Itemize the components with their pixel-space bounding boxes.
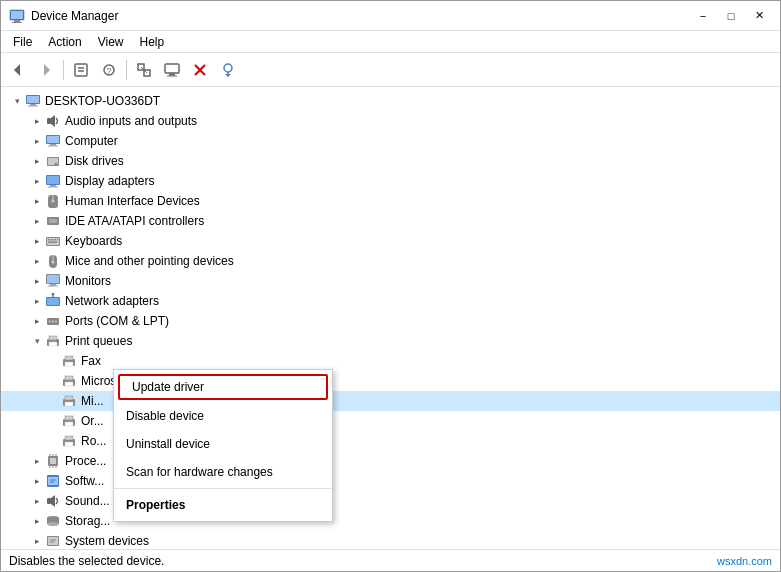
svg-rect-82 bbox=[65, 416, 73, 420]
toolbar-forward-button[interactable] bbox=[33, 57, 59, 83]
svg-rect-38 bbox=[50, 185, 56, 187]
tree-item-network[interactable]: ▸ Network adapters bbox=[1, 291, 780, 311]
root-toggle[interactable]: ▾ bbox=[9, 93, 25, 109]
tree-item-computer[interactable]: ▸ Computer bbox=[1, 131, 780, 151]
context-uninstall-device[interactable]: Uninstall device bbox=[114, 430, 332, 458]
svg-rect-37 bbox=[47, 176, 59, 184]
computer-icon2 bbox=[45, 133, 61, 149]
svg-rect-85 bbox=[65, 436, 73, 440]
svg-rect-2 bbox=[12, 22, 22, 23]
disable-device-label: Disable device bbox=[126, 409, 204, 423]
minimize-button[interactable]: − bbox=[690, 6, 716, 26]
context-disable-device[interactable]: Disable device bbox=[114, 402, 332, 430]
tree-root[interactable]: ▾ DESKTOP-UO336DT bbox=[1, 91, 780, 111]
svg-point-67 bbox=[55, 321, 57, 323]
hid-icon bbox=[45, 193, 61, 209]
software-icon bbox=[45, 473, 61, 489]
hid-toggle[interactable]: ▸ bbox=[29, 193, 45, 209]
display-toggle[interactable]: ▸ bbox=[29, 173, 45, 189]
svg-rect-1 bbox=[14, 20, 20, 22]
network-toggle[interactable]: ▸ bbox=[29, 293, 45, 309]
svg-rect-39 bbox=[48, 187, 58, 188]
monitors-toggle[interactable]: ▸ bbox=[29, 273, 45, 289]
svg-rect-27 bbox=[47, 118, 51, 124]
toolbar-scan-button[interactable] bbox=[215, 57, 241, 83]
computer-toggle[interactable]: ▸ bbox=[29, 133, 45, 149]
svg-rect-16 bbox=[169, 74, 175, 76]
svg-rect-51 bbox=[57, 239, 58, 241]
context-scan-hardware[interactable]: Scan for hardware changes bbox=[114, 458, 332, 486]
tree-item-keyboards[interactable]: ▸ Keyboards bbox=[1, 231, 780, 251]
tree-item-display[interactable]: ▸ Display adapters bbox=[1, 171, 780, 191]
svg-rect-83 bbox=[65, 422, 73, 426]
menu-help[interactable]: Help bbox=[132, 33, 173, 51]
tree-item-audio[interactable]: ▸ Audio inputs and outputs bbox=[1, 111, 780, 131]
hid-label: Human Interface Devices bbox=[65, 194, 200, 208]
properties-label: Properties bbox=[126, 498, 185, 512]
fax-label: Fax bbox=[81, 354, 101, 368]
svg-marker-5 bbox=[44, 64, 50, 76]
tree-item-monitors[interactable]: ▸ Monitors bbox=[1, 271, 780, 291]
svg-rect-43 bbox=[47, 217, 59, 225]
menu-view[interactable]: View bbox=[90, 33, 132, 51]
maximize-button[interactable]: □ bbox=[718, 6, 744, 26]
toolbar-remove-button[interactable] bbox=[187, 57, 213, 83]
tree-item-printqueues[interactable]: ▾ Print queues bbox=[1, 331, 780, 351]
printqueues-toggle[interactable]: ▾ bbox=[29, 333, 45, 349]
ms-pdf-toggle bbox=[45, 373, 61, 389]
tree-item-hid[interactable]: ▸ Human Interface Devices bbox=[1, 191, 780, 211]
toolbar-update-button[interactable]: ? bbox=[96, 57, 122, 83]
or-toggle bbox=[45, 413, 61, 429]
mice-toggle[interactable]: ▸ bbox=[29, 253, 45, 269]
window-title: Device Manager bbox=[31, 9, 690, 23]
network-label: Network adapters bbox=[65, 294, 159, 308]
toolbar-display-button[interactable] bbox=[159, 57, 185, 83]
disk-toggle[interactable]: ▸ bbox=[29, 153, 45, 169]
close-button[interactable]: ✕ bbox=[746, 6, 772, 26]
ports-toggle[interactable]: ▸ bbox=[29, 313, 45, 329]
storage-toggle[interactable]: ▸ bbox=[29, 513, 45, 529]
ms-pdf-icon bbox=[61, 373, 77, 389]
svg-rect-30 bbox=[47, 136, 59, 143]
mi-toggle bbox=[45, 393, 61, 409]
svg-rect-74 bbox=[65, 362, 73, 366]
device-manager-window: Device Manager − □ ✕ File Action View He… bbox=[0, 0, 781, 572]
svg-rect-88 bbox=[50, 458, 56, 464]
svg-marker-100 bbox=[51, 495, 55, 507]
toolbar-properties-button[interactable] bbox=[68, 57, 94, 83]
sound-toggle[interactable]: ▸ bbox=[29, 493, 45, 509]
context-update-driver[interactable]: Update driver bbox=[118, 374, 328, 400]
context-menu: Update driver Disable device Uninstall d… bbox=[113, 369, 333, 522]
svg-rect-105 bbox=[48, 537, 58, 545]
svg-rect-52 bbox=[48, 242, 57, 244]
ide-toggle[interactable]: ▸ bbox=[29, 213, 45, 229]
ports-icon bbox=[45, 313, 61, 329]
processors-toggle[interactable]: ▸ bbox=[29, 453, 45, 469]
menu-file[interactable]: File bbox=[5, 33, 40, 51]
sound-icon bbox=[45, 493, 61, 509]
computer-icon bbox=[25, 93, 41, 109]
toolbar-separator-1 bbox=[63, 60, 64, 80]
display-icon bbox=[45, 173, 61, 189]
audio-toggle[interactable]: ▸ bbox=[29, 113, 45, 129]
tree-item-mice[interactable]: ▸ Mice and other pointing devices bbox=[1, 251, 780, 271]
menu-action[interactable]: Action bbox=[40, 33, 89, 51]
tree-item-ports[interactable]: ▸ Ports (COM & LPT) bbox=[1, 311, 780, 331]
context-properties[interactable]: Properties bbox=[114, 491, 332, 519]
tree-item-ide[interactable]: ▸ IDE ATA/ATAPI controllers bbox=[1, 211, 780, 231]
scan-hardware-label: Scan for hardware changes bbox=[126, 465, 273, 479]
ide-label: IDE ATA/ATAPI controllers bbox=[65, 214, 204, 228]
toolbar-back-button[interactable] bbox=[5, 57, 31, 83]
svg-point-66 bbox=[52, 321, 54, 323]
svg-rect-49 bbox=[51, 239, 53, 241]
processors-label: Proce... bbox=[65, 454, 106, 468]
svg-rect-58 bbox=[50, 284, 56, 286]
keyboards-toggle[interactable]: ▸ bbox=[29, 233, 45, 249]
system-toggle[interactable]: ▸ bbox=[29, 533, 45, 549]
tree-item-fax[interactable]: Fax bbox=[1, 351, 780, 371]
tree-item-disk[interactable]: ▸ Disk drives bbox=[1, 151, 780, 171]
tree-item-system[interactable]: ▸ System devices bbox=[1, 531, 780, 549]
svg-rect-24 bbox=[27, 96, 39, 103]
software-toggle[interactable]: ▸ bbox=[29, 473, 45, 489]
toolbar-collapse-button[interactable] bbox=[131, 57, 157, 83]
